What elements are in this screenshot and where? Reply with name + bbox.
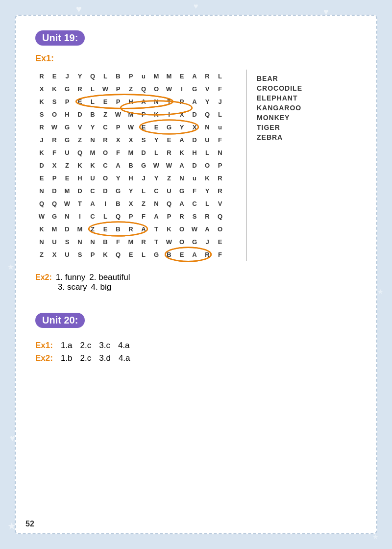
grid-cell: C	[150, 184, 163, 197]
grid-cell: A	[175, 197, 188, 210]
grid-cell: P	[175, 95, 188, 108]
grid-cell: X	[188, 121, 201, 133]
grid-cell: R	[214, 184, 226, 197]
grid-cell: L	[99, 210, 112, 223]
grid-cell: G	[48, 210, 61, 223]
grid-cell: I	[163, 108, 175, 121]
grid-cell: T	[150, 235, 163, 248]
grid-cell: K	[74, 159, 86, 172]
grid-cell: E	[48, 70, 61, 82]
unit20-ex2-answer2: 2.c	[80, 353, 92, 363]
grid-cell: Z	[74, 133, 86, 146]
grid-cell: F	[214, 82, 226, 95]
grid-cell: A	[86, 197, 99, 210]
grid-cell: G	[137, 159, 150, 172]
word-list: BEARCROCODILEELEPHANTKANGAROOMONKEYTIGER…	[246, 70, 302, 261]
grid-cell: B	[124, 159, 137, 172]
grid-cell: V	[214, 197, 226, 210]
grid-cell: F	[214, 133, 226, 146]
grid-cell: W	[163, 82, 175, 95]
grid-cell: J	[35, 133, 48, 146]
unit19-badge: Unit 19:	[35, 30, 85, 46]
svg-text:♥: ♥	[76, 3, 82, 14]
grid-cell: I	[74, 210, 86, 223]
grid-cell: J	[61, 70, 74, 82]
grid-cell: E	[150, 121, 163, 133]
grid-cell: X	[112, 133, 124, 146]
grid-cell: Y	[201, 95, 214, 108]
ex2-answer-2: 2. beautiful	[89, 273, 130, 282]
grid-cell: R	[48, 133, 61, 146]
grid-cell: B	[86, 108, 99, 121]
unit20-ex2-answer1: 1.b	[61, 353, 73, 363]
unit20-ex2-label: Ex2:	[35, 353, 53, 363]
grid-cell: D	[61, 223, 74, 235]
grid-cell: K	[48, 82, 61, 95]
grid-cell: M	[150, 70, 163, 82]
grid-cell: R	[124, 223, 137, 235]
grid-cell: N	[175, 172, 188, 184]
grid-cell: N	[150, 197, 163, 210]
grid-cell: R	[35, 121, 48, 133]
svg-text:★: ★	[377, 288, 384, 296]
grid-cell: I	[175, 82, 188, 95]
grid-cell: D	[99, 184, 112, 197]
grid-cell: U	[61, 248, 74, 261]
grid-cell: P	[214, 159, 226, 172]
grid-cell: R	[163, 146, 175, 159]
grid-cell: B	[112, 197, 124, 210]
grid-cell: R	[201, 210, 214, 223]
grid-cell: L	[137, 184, 150, 197]
unit20-ex1-row: Ex1: 1.a 2.c 3.c 4.a	[35, 341, 357, 350]
ex2-section: Ex2: 1. funny 2. beautiful 3. scary 4. b…	[35, 273, 357, 292]
grid-cell: W	[99, 82, 112, 95]
grid-cell: C	[99, 121, 112, 133]
grid-cell: D	[74, 108, 86, 121]
grid-cell: K	[35, 223, 48, 235]
svg-text:♥: ♥	[194, 2, 198, 10]
grid-cell: W	[163, 235, 175, 248]
grid-cell: F	[112, 146, 124, 159]
grid-cell: K	[150, 108, 163, 121]
grid-cell: H	[124, 95, 137, 108]
ex2-answer-4: 4. big	[91, 282, 112, 292]
grid-cell: F	[112, 235, 124, 248]
grid-cell: D	[137, 146, 150, 159]
grid-cell: X	[124, 197, 137, 210]
grid-cell: N	[201, 121, 214, 133]
grid-cell: R	[137, 235, 150, 248]
ex2-answer-3: 3. scary	[58, 282, 87, 292]
grid-cell: L	[86, 82, 99, 95]
unit20-ex2-answer4: 4.a	[119, 353, 130, 363]
unit20-ex1-label: Ex1:	[35, 341, 53, 350]
grid-cell: O	[99, 146, 112, 159]
grid-cell: E	[214, 235, 226, 248]
grid-cell: J	[214, 95, 226, 108]
grid-cell: M	[124, 146, 137, 159]
grid-cell: F	[188, 184, 201, 197]
grid-cell: B	[163, 248, 175, 261]
grid-cell: E	[175, 248, 188, 261]
grid-cell: E	[124, 248, 137, 261]
grid-cell: R	[201, 70, 214, 82]
grid-cell: Z	[61, 159, 74, 172]
grid-cell: Y	[86, 121, 99, 133]
grid-cell: U	[163, 184, 175, 197]
grid-cell: H	[61, 108, 74, 121]
grid-cell: A	[112, 159, 124, 172]
grid-cell: M	[86, 146, 99, 159]
grid-cell: Q	[86, 70, 99, 82]
word-list-item: CROCODILE	[257, 84, 302, 92]
grid-cell: W	[61, 197, 74, 210]
grid-cell: W	[112, 108, 124, 121]
grid-cell: J	[201, 235, 214, 248]
grid-cell: N	[150, 95, 163, 108]
grid-cell: E	[163, 133, 175, 146]
grid-cell: Y	[150, 133, 163, 146]
grid-cell: X	[35, 82, 48, 95]
grid-cell: E	[74, 95, 86, 108]
grid-cell: X	[48, 248, 61, 261]
grid-cell: M	[48, 223, 61, 235]
grid-cell: P	[112, 95, 124, 108]
grid-cell: O	[150, 82, 163, 95]
